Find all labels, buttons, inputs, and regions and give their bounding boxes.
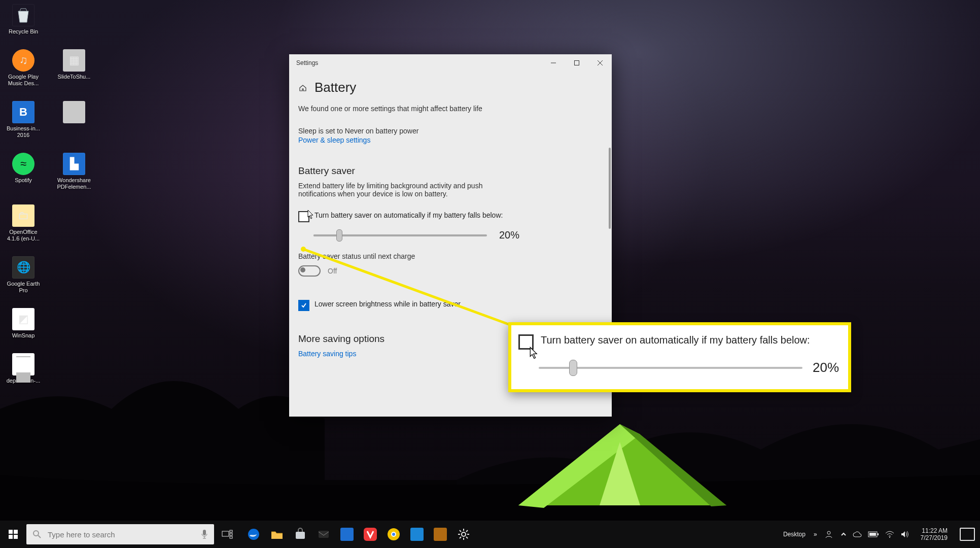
document-icon (12, 353, 34, 375)
maximize-button[interactable] (565, 54, 588, 72)
svg-rect-15 (319, 531, 329, 538)
desktop-icon-business-2016[interactable]: B Business-in... 2016 (4, 101, 43, 139)
folder-icon: 🗀 (12, 204, 34, 227)
slider-fill (313, 234, 339, 236)
desktop-icon-label: Spotify (4, 177, 43, 184)
people-icon (824, 530, 833, 539)
action-center-button[interactable] (960, 528, 975, 541)
scrollbar-thumb[interactable] (609, 148, 611, 229)
tray-volume-icon[interactable] (900, 530, 909, 538)
battery-tips-link[interactable]: Battery saving tips (298, 350, 356, 358)
bs-status-value: Off (328, 267, 337, 275)
desktop-icon-google-play-music[interactable]: ♫ Google Play Music Des... (4, 49, 43, 87)
slider-thumb[interactable] (336, 229, 342, 242)
svg-point-21 (827, 531, 830, 534)
taskbar-app-orange[interactable] (429, 521, 451, 548)
svg-rect-5 (9, 535, 13, 539)
desktop-icon-openoffice[interactable]: 🗀 OpenOffice 4.1.6 (en-U... (4, 204, 43, 242)
svg-rect-12 (230, 536, 232, 538)
bs-status-toggle[interactable] (298, 265, 321, 277)
desktop-icon-pdfelement[interactable]: ▙ Wondershare PDFelemen... (55, 153, 93, 190)
desktop-icon-slidetoshutdown[interactable]: ▦ SlideToShu... (55, 49, 93, 87)
taskbar-app-blue[interactable] (336, 521, 358, 548)
toggle-knob (300, 267, 305, 272)
threshold-slider[interactable] (313, 234, 487, 236)
desktop-toolbar-label[interactable]: Desktop (783, 531, 806, 538)
callout-label: Turn battery saver on automatically if m… (541, 334, 810, 346)
desktop-icon-depression-doc[interactable]: depression-... (4, 353, 43, 384)
titlebar[interactable]: Settings (289, 54, 612, 72)
task-view-button[interactable] (217, 521, 237, 548)
window-controls (542, 54, 612, 72)
taskbar-app-file-explorer[interactable] (266, 521, 288, 548)
section-description: Extend battery life by limiting backgrou… (298, 182, 516, 198)
slider-thumb[interactable] (569, 360, 577, 376)
threshold-value: 20% (499, 229, 519, 241)
taskbar-search[interactable] (26, 524, 214, 544)
svg-rect-8 (203, 530, 206, 535)
search-icon (32, 530, 42, 539)
taskbar-clock[interactable]: 11:22 AM 7/27/2019 (921, 527, 948, 541)
home-button[interactable] (298, 83, 307, 92)
search-input[interactable] (47, 530, 196, 539)
desktop-icon-spotify[interactable]: ≈ Spotify (4, 153, 43, 190)
auto-batterysaver-checkbox[interactable] (298, 211, 309, 222)
volume-icon (900, 530, 909, 538)
lower-brightness-checkbox[interactable] (298, 300, 309, 311)
maximize-icon (574, 60, 579, 65)
callout-slider[interactable] (539, 367, 802, 369)
taskbar-app-settings[interactable] (452, 521, 475, 548)
desktop-icon-label: SlideToShu... (55, 74, 93, 80)
taskbar-app-vivaldi[interactable] (359, 521, 381, 548)
bs-status-label: Battery saver status until next charge (298, 252, 516, 260)
desktop-icon-recycle-bin[interactable]: Recycle Bin (4, 4, 43, 35)
power-sleep-link[interactable]: Power & sleep settings (298, 136, 370, 144)
svg-rect-9 (222, 531, 229, 536)
page-title: Battery (314, 80, 356, 95)
taskbar-app-mail[interactable] (312, 521, 335, 548)
callout-checkbox[interactable] (518, 334, 534, 350)
svg-rect-4 (14, 530, 18, 534)
battery-icon (868, 531, 879, 537)
clock-date: 7/27/2019 (921, 534, 948, 541)
minimize-button[interactable] (542, 54, 565, 72)
taskbar: Desktop » 11:22 AM 7/27/2019 (0, 521, 980, 548)
taskbar-app-store[interactable] (289, 521, 311, 548)
taskbar-apps (242, 521, 475, 548)
close-button[interactable] (588, 54, 612, 72)
start-button[interactable] (0, 521, 26, 548)
desktop-toolbar-chevron[interactable]: » (814, 531, 817, 538)
svg-point-20 (462, 532, 466, 536)
desktop-icon-google-earth[interactable]: 🌐 Google Earth Pro (4, 256, 43, 294)
taskbar-app-edge[interactable] (242, 521, 265, 548)
tray-onedrive-icon[interactable] (853, 531, 862, 538)
tray-wifi-icon[interactable] (885, 531, 894, 538)
svg-rect-0 (575, 61, 579, 65)
taskbar-app-terminal[interactable] (406, 521, 428, 548)
chrome-icon (387, 528, 400, 541)
svg-rect-10 (230, 530, 232, 532)
taskbar-app-chrome[interactable] (382, 521, 405, 548)
vivaldi-icon (364, 528, 377, 541)
desktop[interactable]: Recycle Bin ♫ Google Play Music Des... ▦… (0, 0, 980, 521)
gear-icon (457, 528, 470, 541)
mail-icon (317, 528, 330, 541)
microphone-icon[interactable] (201, 529, 208, 539)
bs-status-toggle-row: Off (298, 265, 603, 277)
desktop-icon-label: depression-... (4, 378, 43, 384)
desktop-icon-winsnap[interactable]: ◩ WinSnap (4, 308, 43, 339)
section-heading: Battery saver (298, 165, 603, 177)
recycle-bin-icon (12, 4, 34, 26)
cloud-icon (853, 531, 862, 538)
battery-notice: We found one or more settings that might… (298, 105, 516, 113)
desktop-icon-unknown[interactable] (55, 101, 93, 139)
minimize-icon (551, 60, 556, 65)
tray-overflow-button[interactable] (841, 531, 847, 537)
tray-battery-icon[interactable] (868, 531, 879, 537)
tray-people-icon[interactable] (824, 530, 833, 539)
terminal-icon (410, 528, 424, 541)
clock-time: 11:22 AM (921, 527, 948, 534)
callout-slider-row: 20% (539, 360, 848, 375)
desktop-icon-label: Recycle Bin (4, 28, 43, 35)
home-icon (299, 84, 307, 92)
